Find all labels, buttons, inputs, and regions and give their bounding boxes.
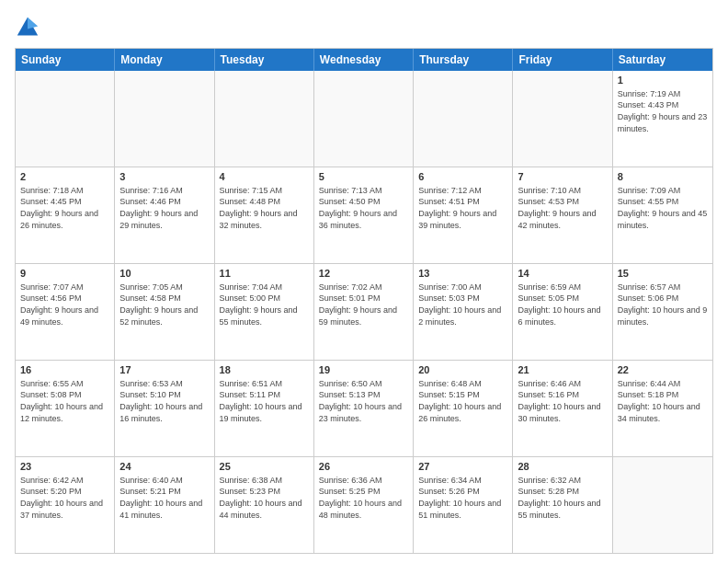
calendar-cell: 4Sunrise: 7:15 AM Sunset: 4:48 PM Daylig… (215, 167, 314, 263)
day-info: Sunrise: 7:07 AM Sunset: 4:56 PM Dayligh… (20, 282, 109, 327)
day-info: Sunrise: 6:50 AM Sunset: 5:13 PM Dayligh… (319, 378, 408, 424)
calendar-row-4: 16Sunrise: 6:55 AM Sunset: 5:08 PM Dayli… (16, 360, 712, 456)
logo-icon (15, 15, 40, 40)
day-number: 6 (418, 170, 507, 184)
weekday-header-wednesday: Wednesday (314, 49, 414, 71)
calendar-header: SundayMondayTuesdayWednesdayThursdayFrid… (16, 49, 712, 71)
svg-marker-1 (28, 17, 38, 29)
day-number: 21 (518, 363, 607, 377)
calendar-cell: 27Sunrise: 6:34 AM Sunset: 5:26 PM Dayli… (414, 457, 513, 553)
day-info: Sunrise: 6:51 AM Sunset: 5:11 PM Dayligh… (220, 378, 309, 424)
calendar-cell: 23Sunrise: 6:42 AM Sunset: 5:20 PM Dayli… (16, 457, 115, 553)
day-number: 5 (319, 170, 408, 184)
day-number: 8 (618, 170, 708, 184)
day-number: 28 (518, 460, 607, 474)
calendar-cell (115, 71, 214, 167)
day-number: 26 (319, 460, 408, 474)
day-number: 7 (518, 170, 607, 184)
day-number: 11 (220, 267, 309, 281)
day-number: 15 (618, 267, 708, 281)
calendar-row-3: 9Sunrise: 7:07 AM Sunset: 4:56 PM Daylig… (16, 263, 712, 360)
day-number: 16 (20, 363, 109, 377)
day-number: 3 (119, 170, 209, 184)
day-info: Sunrise: 7:16 AM Sunset: 4:46 PM Dayligh… (119, 185, 209, 231)
day-number: 9 (20, 267, 109, 281)
calendar-cell: 19Sunrise: 6:50 AM Sunset: 5:13 PM Dayli… (314, 361, 414, 456)
day-info: Sunrise: 7:10 AM Sunset: 4:53 PM Dayligh… (518, 185, 607, 231)
weekday-header-saturday: Saturday (613, 49, 712, 71)
day-info: Sunrise: 7:15 AM Sunset: 4:48 PM Dayligh… (220, 185, 309, 231)
calendar-cell: 18Sunrise: 6:51 AM Sunset: 5:11 PM Dayli… (215, 361, 314, 456)
day-info: Sunrise: 6:44 AM Sunset: 5:18 PM Dayligh… (618, 378, 708, 424)
day-number: 25 (220, 460, 309, 474)
calendar-cell: 5Sunrise: 7:13 AM Sunset: 4:50 PM Daylig… (314, 167, 414, 263)
day-info: Sunrise: 6:42 AM Sunset: 5:20 PM Dayligh… (20, 475, 109, 521)
day-number: 20 (418, 363, 507, 377)
header (15, 15, 713, 40)
day-info: Sunrise: 6:57 AM Sunset: 5:06 PM Dayligh… (618, 282, 708, 327)
day-info: Sunrise: 6:48 AM Sunset: 5:15 PM Dayligh… (418, 378, 507, 424)
calendar-cell: 22Sunrise: 6:44 AM Sunset: 5:18 PM Dayli… (613, 361, 712, 456)
day-info: Sunrise: 7:18 AM Sunset: 4:45 PM Dayligh… (20, 185, 109, 231)
day-info: Sunrise: 7:13 AM Sunset: 4:50 PM Dayligh… (319, 185, 408, 231)
calendar-cell: 24Sunrise: 6:40 AM Sunset: 5:21 PM Dayli… (115, 457, 214, 553)
day-number: 22 (618, 363, 708, 377)
day-info: Sunrise: 7:05 AM Sunset: 4:58 PM Dayligh… (119, 282, 209, 327)
day-info: Sunrise: 7:04 AM Sunset: 5:00 PM Dayligh… (220, 282, 309, 327)
calendar-cell (414, 71, 513, 167)
calendar-cell: 20Sunrise: 6:48 AM Sunset: 5:15 PM Dayli… (414, 361, 513, 456)
calendar-cell: 17Sunrise: 6:53 AM Sunset: 5:10 PM Dayli… (115, 361, 214, 456)
calendar-cell (613, 457, 712, 553)
calendar-cell: 6Sunrise: 7:12 AM Sunset: 4:51 PM Daylig… (414, 167, 513, 263)
logo (15, 15, 42, 40)
calendar-cell: 14Sunrise: 6:59 AM Sunset: 5:05 PM Dayli… (513, 264, 612, 360)
day-number: 17 (119, 363, 209, 377)
weekday-header-friday: Friday (513, 49, 612, 71)
day-info: Sunrise: 7:12 AM Sunset: 4:51 PM Dayligh… (418, 185, 507, 231)
weekday-header-thursday: Thursday (414, 49, 513, 71)
calendar-cell: 25Sunrise: 6:38 AM Sunset: 5:23 PM Dayli… (215, 457, 314, 553)
calendar-cell: 15Sunrise: 6:57 AM Sunset: 5:06 PM Dayli… (613, 264, 712, 360)
calendar-cell: 12Sunrise: 7:02 AM Sunset: 5:01 PM Dayli… (314, 264, 414, 360)
day-number: 10 (119, 267, 209, 281)
day-info: Sunrise: 6:38 AM Sunset: 5:23 PM Dayligh… (220, 475, 309, 521)
calendar-cell (215, 71, 314, 167)
calendar-cell: 26Sunrise: 6:36 AM Sunset: 5:25 PM Dayli… (314, 457, 414, 553)
day-number: 13 (418, 267, 507, 281)
calendar-cell: 28Sunrise: 6:32 AM Sunset: 5:28 PM Dayli… (513, 457, 612, 553)
day-info: Sunrise: 6:40 AM Sunset: 5:21 PM Dayligh… (119, 475, 209, 521)
day-info: Sunrise: 6:46 AM Sunset: 5:16 PM Dayligh… (518, 378, 607, 424)
calendar-body: 1Sunrise: 7:19 AM Sunset: 4:43 PM Daylig… (16, 71, 712, 553)
calendar-row-5: 23Sunrise: 6:42 AM Sunset: 5:20 PM Dayli… (16, 456, 712, 553)
calendar-cell (513, 71, 612, 167)
day-info: Sunrise: 6:34 AM Sunset: 5:26 PM Dayligh… (418, 475, 507, 521)
calendar-cell: 9Sunrise: 7:07 AM Sunset: 4:56 PM Daylig… (16, 264, 115, 360)
calendar-cell: 2Sunrise: 7:18 AM Sunset: 4:45 PM Daylig… (16, 167, 115, 263)
weekday-header-monday: Monday (115, 49, 214, 71)
day-number: 4 (220, 170, 309, 184)
calendar-cell (314, 71, 414, 167)
calendar-cell: 1Sunrise: 7:19 AM Sunset: 4:43 PM Daylig… (613, 71, 712, 167)
day-info: Sunrise: 6:32 AM Sunset: 5:28 PM Dayligh… (518, 475, 607, 521)
calendar-cell: 7Sunrise: 7:10 AM Sunset: 4:53 PM Daylig… (513, 167, 612, 263)
calendar-cell: 11Sunrise: 7:04 AM Sunset: 5:00 PM Dayli… (215, 264, 314, 360)
calendar-cell: 21Sunrise: 6:46 AM Sunset: 5:16 PM Dayli… (513, 361, 612, 456)
calendar-row-1: 1Sunrise: 7:19 AM Sunset: 4:43 PM Daylig… (16, 71, 712, 167)
page: SundayMondayTuesdayWednesdayThursdayFrid… (0, 0, 728, 563)
calendar-cell (16, 71, 115, 167)
day-number: 19 (319, 363, 408, 377)
day-info: Sunrise: 6:55 AM Sunset: 5:08 PM Dayligh… (20, 378, 109, 424)
day-info: Sunrise: 7:02 AM Sunset: 5:01 PM Dayligh… (319, 282, 408, 327)
calendar-cell: 3Sunrise: 7:16 AM Sunset: 4:46 PM Daylig… (115, 167, 214, 263)
calendar: SundayMondayTuesdayWednesdayThursdayFrid… (15, 48, 713, 554)
day-number: 27 (418, 460, 507, 474)
day-info: Sunrise: 6:53 AM Sunset: 5:10 PM Dayligh… (119, 378, 209, 424)
day-number: 12 (319, 267, 408, 281)
weekday-header-tuesday: Tuesday (215, 49, 314, 71)
day-number: 14 (518, 267, 607, 281)
day-number: 2 (20, 170, 109, 184)
calendar-cell: 13Sunrise: 7:00 AM Sunset: 5:03 PM Dayli… (414, 264, 513, 360)
day-info: Sunrise: 7:00 AM Sunset: 5:03 PM Dayligh… (418, 282, 507, 327)
day-info: Sunrise: 7:19 AM Sunset: 4:43 PM Dayligh… (618, 88, 708, 134)
weekday-header-sunday: Sunday (16, 49, 115, 71)
